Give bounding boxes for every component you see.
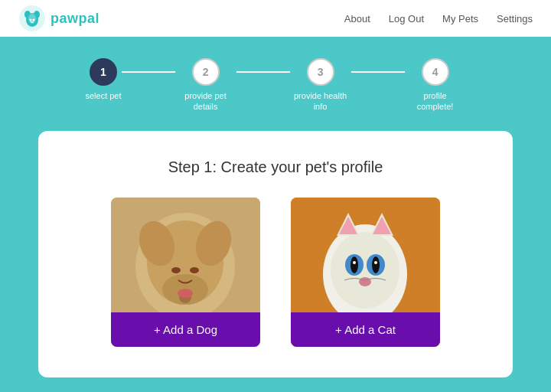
- step-1-label: select pet: [85, 90, 121, 101]
- add-cat-option[interactable]: + Add a Cat: [291, 198, 440, 347]
- main-content: 1 select pet 2 provide pet details 3 pro…: [0, 37, 551, 392]
- nav-about[interactable]: About: [344, 13, 370, 24]
- add-cat-button[interactable]: + Add a Cat: [291, 312, 440, 347]
- card-title: Step 1: Create your pet's profile: [168, 158, 383, 176]
- nav-links: About Log Out My Pets Settings: [344, 13, 533, 24]
- pawpal-logo-icon: [18, 5, 46, 32]
- logo-text: pawpal: [51, 11, 99, 27]
- step-4-label: profile complete!: [405, 90, 466, 113]
- header: pawpal About Log Out My Pets Settings: [0, 0, 551, 37]
- add-dog-option[interactable]: + Add a Dog: [111, 198, 260, 347]
- step-3-label: provide health info: [290, 90, 351, 113]
- step-3-circle: 3: [307, 58, 334, 86]
- nav-my-pets[interactable]: My Pets: [442, 13, 478, 24]
- step-1: 1 select pet: [85, 58, 121, 101]
- step-2-circle: 2: [192, 58, 220, 86]
- svg-point-7: [31, 21, 34, 24]
- svg-point-5: [30, 19, 32, 21]
- nav-settings[interactable]: Settings: [497, 13, 533, 24]
- step-1-circle: 1: [90, 58, 117, 86]
- add-dog-button[interactable]: + Add a Dog: [111, 312, 260, 347]
- svg-point-6: [33, 19, 35, 21]
- step-3: 3 provide health info: [290, 58, 351, 113]
- step-4: 4 profile complete!: [405, 58, 466, 113]
- stepper: 1 select pet 2 provide pet details 3 pro…: [85, 58, 465, 113]
- step-2: 2 provide pet details: [175, 58, 236, 113]
- step-connector-3: [351, 71, 405, 73]
- step-2-label: provide pet details: [175, 90, 236, 113]
- nav-logout[interactable]: Log Out: [389, 13, 424, 24]
- main-card: Step 1: Create your pet's profile + Add …: [38, 131, 513, 377]
- step-connector-1: [122, 71, 175, 73]
- logo-area: pawpal: [18, 5, 99, 32]
- step-4-circle: 4: [422, 58, 449, 86]
- step-connector-2: [236, 71, 290, 73]
- pet-options: + Add a Dog + Add a Cat: [111, 198, 440, 347]
